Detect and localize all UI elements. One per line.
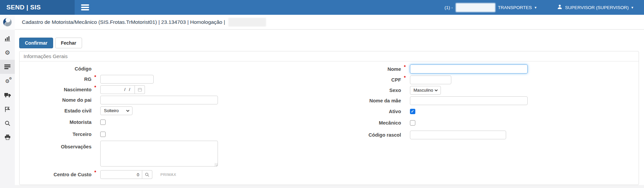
sexo-label: Sexo [329, 88, 407, 93]
bar-chart-icon[interactable] [0, 32, 15, 46]
row-nome-da-mae: Nome da mãe [329, 95, 639, 106]
rg-label: RG* [20, 77, 97, 82]
codigo-label: Código [20, 66, 97, 72]
app-logo [0, 15, 15, 30]
codigo-rascol-input[interactable] [410, 131, 506, 139]
app-brand: SEND | SIS [0, 0, 75, 15]
centro-de-custo-label: Centro de Custo* [20, 172, 97, 177]
flag-icon[interactable] [0, 102, 15, 116]
main-area: Cadastro de Motorista/Mecânico (SIS.Frot… [15, 15, 644, 188]
company-prefix: (1) - [445, 5, 453, 10]
nascimento-label: Nascimento* [20, 87, 97, 92]
page-title: Cadastro de Motorista/Mecânico (SIS.Frot… [22, 19, 225, 25]
cpf-input[interactable] [410, 76, 451, 84]
row-codigo: Código [20, 63, 329, 74]
nascimento-date-input[interactable] [100, 85, 135, 94]
cpf-label: CPF* [329, 77, 407, 83]
search-icon[interactable] [0, 116, 15, 130]
chevron-down-icon: ▾ [535, 6, 537, 9]
row-centro-de-custo: Centro de Custo* PRIMAX [20, 168, 329, 181]
terceiro-label: Terceiro [20, 132, 97, 137]
motorista-checkbox[interactable] [100, 120, 106, 125]
required-asterisk: * [404, 75, 406, 80]
general-info-panel: Informações Gerais Código RG* Nascimento… [19, 51, 639, 185]
ativo-checkbox[interactable] [410, 109, 415, 114]
magnifier-icon [145, 173, 149, 177]
confirm-button[interactable]: Confirmar [19, 38, 53, 48]
mecanico-label: Mecânico [329, 120, 407, 126]
nome-da-mae-input[interactable] [410, 96, 528, 105]
hamburger-menu-icon[interactable] [80, 2, 90, 13]
estado-civil-select[interactable]: Solteiro [100, 106, 132, 115]
bottom-strip [15, 185, 644, 188]
mecanico-checkbox[interactable] [410, 120, 415, 126]
nome-do-pai-label: Nome do pai [20, 97, 97, 103]
title-redacted [228, 18, 266, 27]
rg-input[interactable] [100, 75, 154, 84]
nome-do-pai-input[interactable] [100, 96, 218, 104]
chevron-down-icon [434, 89, 438, 91]
observacoes-label: Observações [20, 141, 97, 149]
centro-de-custo-input[interactable] [100, 170, 142, 179]
company-suffix: TRANSPORTES [498, 5, 532, 10]
row-rg: RG* [20, 74, 329, 84]
header-right: (1) - TRANSPORTES ▾ SUPERVISOR (SUPERVIS… [445, 3, 644, 12]
sidebar: ⚙ ⚙⚙ [0, 15, 15, 188]
centro-de-custo-search-button[interactable] [142, 170, 152, 179]
form-column-left: Código RG* Nascimento* [20, 63, 329, 181]
toolbar: Confirmar Fechar [15, 30, 644, 48]
row-nome-do-pai: Nome do pai [20, 95, 329, 105]
ativo-label: Ativo [329, 109, 407, 114]
row-cpf: CPF* [329, 75, 639, 85]
required-asterisk: * [94, 170, 96, 175]
row-terceiro: Terceiro [20, 128, 329, 140]
chevron-down-icon: ▾ [631, 6, 633, 9]
calendar-button[interactable] [135, 85, 145, 94]
panel-body: Código RG* Nascimento* [20, 61, 639, 181]
form-column-right: Nome* CPF* Sexo Masculino [329, 63, 639, 181]
cogs-icon[interactable]: ⚙⚙ [0, 74, 15, 88]
nome-da-mae-label: Nome da mãe [329, 98, 407, 103]
printer-icon[interactable] [0, 130, 15, 144]
row-nascimento: Nascimento* [20, 84, 329, 95]
required-asterisk: * [404, 64, 406, 69]
row-motorista: Motorista [20, 116, 329, 128]
row-codigo-rascol: Código rascol [329, 129, 639, 141]
terceiro-checkbox[interactable] [100, 132, 106, 137]
estado-civil-label: Estado civil [20, 108, 97, 113]
row-nome: Nome* [329, 63, 639, 75]
truck-icon[interactable] [0, 88, 15, 102]
user-menu[interactable]: SUPERVISOR (SUPERVISOR) ▾ [557, 4, 633, 10]
observacoes-textarea[interactable] [100, 141, 218, 167]
user-icon [557, 4, 562, 10]
user-label: SUPERVISOR (SUPERVISOR) [565, 5, 629, 10]
row-observacoes: Observações [20, 141, 329, 167]
row-ativo: Ativo [329, 106, 639, 117]
required-asterisk: * [94, 85, 96, 90]
nome-label: Nome* [329, 66, 407, 72]
motorista-label: Motorista [20, 120, 97, 125]
titlebar: Cadastro de Motorista/Mecânico (SIS.Frot… [15, 15, 644, 30]
gear-icon[interactable]: ⚙ [0, 46, 15, 60]
row-mecanico: Mecânico [329, 117, 639, 129]
panel-legend: Informações Gerais [20, 51, 639, 61]
codigo-rascol-label: Código rascol [329, 132, 407, 138]
close-button[interactable]: Fechar [55, 38, 82, 48]
nome-input[interactable] [410, 64, 528, 74]
company-name-redacted [456, 3, 495, 12]
row-estado-civil: Estado civil Solteiro [20, 105, 329, 116]
centro-de-custo-note: PRIMAX [160, 173, 176, 177]
row-sexo: Sexo Masculino [329, 85, 639, 95]
top-header: SEND | SIS (1) - TRANSPORTES ▾ SUPERVISO… [0, 0, 644, 15]
chevron-down-icon [126, 110, 129, 112]
company-selector[interactable]: (1) - TRANSPORTES ▾ [445, 3, 536, 12]
menu-list-icon[interactable] [0, 60, 15, 74]
sexo-select[interactable]: Masculino [410, 86, 441, 95]
required-asterisk: * [94, 74, 96, 80]
